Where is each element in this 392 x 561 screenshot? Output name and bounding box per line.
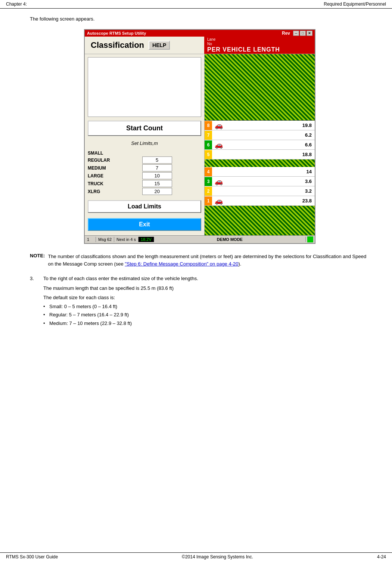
note-section: NOTE: The number of classifications show…	[30, 253, 370, 267]
lane-num-2: 2	[205, 187, 212, 196]
load-limits-button[interactable]: Load Limits	[88, 200, 201, 213]
right-panel: 8 🚗 19.8 7 6.2 6 🚗	[204, 54, 315, 235]
app-title: Autoscope RTMS Setup Utility	[87, 31, 146, 35]
lane-rows: 8 🚗 19.8 7 6.2 6 🚗	[205, 121, 315, 206]
section-label: Required Equipment/Personnel	[324, 1, 386, 7]
limits-table: SMALL REGULAR MEDIUM LARGE TRUCK XLRG	[88, 151, 201, 195]
status-green-indicator	[307, 236, 313, 242]
app-titlebar: Autoscope RTMS Setup Utility Rev ─ □ ✕	[85, 30, 315, 37]
lane-value-2: 3.2	[225, 188, 315, 194]
label-small: SMALL	[88, 151, 139, 156]
lane-num-1: 1	[205, 196, 212, 205]
input-regular[interactable]	[142, 156, 172, 164]
list-item: Medium: 7 – 10 meters (22.9 – 32.8 ft)	[43, 320, 370, 328]
label-medium: MEDIUM	[88, 165, 139, 171]
input-truck[interactable]	[142, 180, 172, 187]
note-label: NOTE:	[30, 253, 45, 267]
app-rev: Rev	[282, 31, 290, 36]
hatch-mid	[205, 159, 315, 167]
steps-section: 3. To the right of each class enter the …	[30, 275, 370, 328]
left-panel: Start Count Set Limits,m SMALL REGULAR M…	[85, 54, 204, 235]
set-limits-label: Set Limits,m	[88, 140, 201, 146]
label-large: LARGE	[88, 173, 139, 179]
start-count-button[interactable]: Start Count	[88, 121, 201, 136]
exit-button[interactable]: Exit	[88, 218, 201, 231]
label-regular: REGULAR	[88, 158, 139, 163]
screenshot-container: Autoscope RTMS Setup Utility Rev ─ □ ✕ C…	[84, 29, 315, 244]
titlebar-buttons: ─ □ ✕	[293, 31, 312, 36]
table-row: 3 🚗 3.6	[205, 177, 315, 186]
lane-label: LaneNo	[207, 37, 312, 46]
lane-num-6: 6	[205, 140, 212, 149]
lane-value-8: 19.8	[225, 123, 315, 128]
input-xlrg[interactable]	[142, 188, 172, 195]
lane-icon-3: 🚗	[212, 177, 225, 186]
lane-num-7: 7	[205, 131, 212, 140]
table-row: 5 18.8	[205, 150, 315, 159]
input-medium[interactable]	[142, 164, 172, 171]
classification-area: Classification HELP	[85, 37, 204, 54]
lane-value-6: 6.6	[225, 142, 315, 148]
table-row: 1 🚗 23.8	[205, 196, 315, 206]
step-sub1: The maximum length that can be specified…	[43, 285, 370, 292]
footer-right: 4-24	[377, 554, 386, 560]
status-voltage: 18.2V	[139, 237, 154, 242]
white-area	[88, 57, 201, 117]
footer-center: ©2014 Image Sensing Systems Inc.	[182, 554, 253, 560]
lane-value-4: 14	[225, 169, 315, 174]
note-text-end: ).	[238, 261, 241, 267]
chapter-label: Chapter 4:	[6, 1, 27, 7]
page-header: Chapter 4: Required Equipment/Personnel	[0, 0, 392, 9]
status-msg: Msg 62	[96, 237, 114, 242]
table-row: 8 🚗 19.8	[205, 121, 315, 130]
maximize-button[interactable]: □	[300, 31, 306, 36]
status-demo: DEMO MODE	[154, 237, 306, 242]
lane-num-4: 4	[205, 167, 212, 176]
lane-value-7: 6.2	[225, 132, 315, 138]
main-content: The following screen appears. Autoscope …	[0, 9, 392, 340]
help-button[interactable]: HELP	[149, 41, 170, 50]
table-row: 7 6.2	[205, 130, 315, 140]
step-sub2: The default size for each class is:	[43, 294, 370, 301]
bullet-list: Small: 0 – 5 meters (0 – 16.4 ft) Regula…	[43, 303, 370, 328]
table-row: 2 3.2	[205, 186, 315, 196]
table-row: 4 14	[205, 167, 315, 177]
status-next: Next in 4 s	[114, 237, 139, 242]
lane-value-1: 23.8	[225, 198, 315, 204]
lane-pvl-area: LaneNo PER VEHICLE LENGTH	[204, 37, 315, 54]
lane-num-8: 8	[205, 121, 212, 130]
page-footer: RTMS Sx-300 User Guide ©2014 Image Sensi…	[0, 552, 392, 561]
step-main-text: To the right of each class enter the est…	[43, 275, 370, 282]
app-window: Autoscope RTMS Setup Utility Rev ─ □ ✕ C…	[84, 29, 315, 244]
lane-icon-6: 🚗	[212, 141, 225, 149]
minimize-button[interactable]: ─	[293, 31, 299, 36]
lane-value-3: 3.6	[225, 179, 315, 184]
note-text: The number of classifications shown and …	[48, 253, 370, 267]
classification-label: Classification	[91, 40, 144, 50]
lane-num-5: 5	[205, 150, 212, 159]
app-main-row: Start Count Set Limits,m SMALL REGULAR M…	[85, 54, 315, 235]
input-large[interactable]	[142, 172, 172, 179]
list-item: Small: 0 – 5 meters (0 – 16.4 ft)	[43, 303, 370, 311]
pvl-title: PER VEHICLE LENGTH	[207, 46, 312, 53]
step-content-3: To the right of each class enter the est…	[43, 275, 370, 328]
list-item: Regular: 5 – 7 meters (16.4 – 22.9 ft)	[43, 311, 370, 319]
app-topbar: Classification HELP LaneNo PER VEHICLE L…	[85, 37, 315, 54]
label-truck: TRUCK	[88, 181, 139, 186]
note-link[interactable]: "Step 6: Define Message Composition" on …	[125, 261, 238, 267]
intro-text: The following screen appears.	[30, 16, 370, 22]
close-button[interactable]: ✕	[307, 31, 312, 36]
lane-icon-8: 🚗	[212, 121, 225, 130]
lane-icon-1: 🚗	[212, 197, 225, 205]
step-3: 3. To the right of each class enter the …	[30, 275, 370, 328]
status-lane: 1	[85, 237, 96, 242]
footer-left: RTMS Sx-300 User Guide	[6, 554, 58, 560]
table-row: 6 🚗 6.6	[205, 140, 315, 150]
app-statusbar: 1 Msg 62 Next in 4 s 18.2V DEMO MODE	[85, 235, 315, 243]
lane-value-5: 18.8	[225, 152, 315, 157]
lane-num-3: 3	[205, 177, 212, 186]
hatch-top	[205, 54, 315, 121]
step-num-3: 3.	[30, 275, 37, 328]
hatch-bottom	[205, 206, 315, 235]
label-xlrg: XLRG	[88, 189, 139, 194]
